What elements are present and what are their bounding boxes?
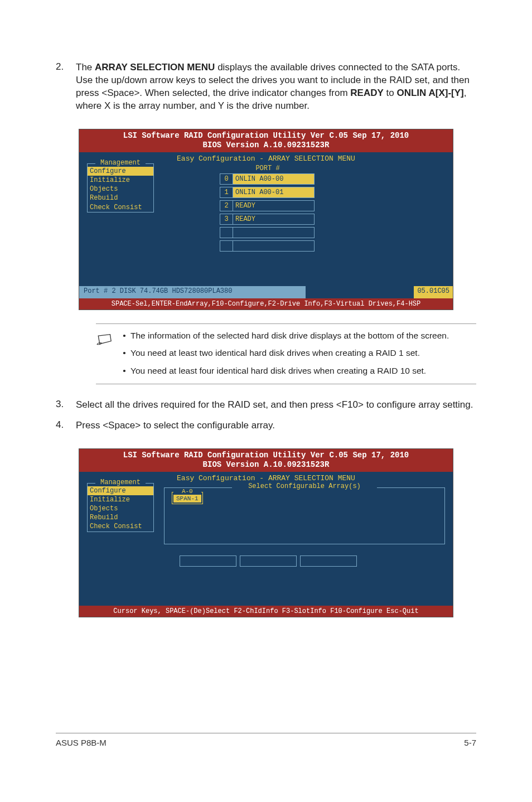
- port-row[interactable]: [220, 227, 315, 238]
- port-value: ONLIN A00-00: [233, 173, 315, 185]
- step-text: Select all the drives required for the R…: [76, 399, 476, 412]
- status-left: Port # 2 DISK 74.74GB HDS728080PLA380: [79, 286, 306, 298]
- bios-screenshot-1: LSI Software RAID Configuration Utility …: [79, 129, 453, 310]
- footer-left: ASUS P8B-M: [56, 738, 107, 747]
- port-value: READY: [233, 200, 315, 211]
- footer-right: 5-7: [464, 738, 476, 747]
- page-footer: ASUS P8B-M 5-7: [56, 733, 476, 747]
- text: The: [76, 62, 95, 73]
- select-configurable-box: Select Configurable Array(s): [164, 487, 445, 544]
- bios-title-line2: BIOS Version A.10.09231523R: [81, 460, 451, 470]
- step-number: 3.: [56, 399, 76, 412]
- note-text: You need at least four identical hard di…: [130, 365, 476, 377]
- port-value: ONLIN A00-01: [233, 187, 315, 198]
- port-row[interactable]: 3 READY: [220, 214, 315, 225]
- note-text: The information of the selected hard dis…: [130, 330, 476, 342]
- note-item: • The information of the selected hard d…: [118, 330, 476, 342]
- port-header: PORT #: [234, 165, 301, 172]
- span-box[interactable]: A-0 SPAN-1: [172, 492, 203, 504]
- bios-title-line2: BIOS Version A.10.09231523R: [81, 141, 451, 151]
- step-number: 2.: [56, 61, 76, 113]
- span-title: A-0: [173, 488, 201, 495]
- port-row[interactable]: 0 ONLIN A00-00: [220, 173, 315, 185]
- empty-slots: [180, 555, 357, 567]
- port-index: 3: [220, 214, 233, 225]
- port-row[interactable]: [220, 240, 315, 252]
- mgmt-item-rebuild[interactable]: Rebuild: [88, 194, 153, 202]
- text: to: [384, 88, 397, 98]
- bios-body: Easy Configuration - ARRAY SELECTION MEN…: [79, 472, 453, 606]
- step-3: 3. Select all the drives required for th…: [56, 399, 476, 412]
- step-2: 2. The ARRAY SELECTION MENU displays the…: [56, 61, 476, 113]
- empty-slot: [300, 555, 357, 567]
- mgmt-item-initialize[interactable]: Initialize: [88, 176, 153, 185]
- management-menu-title: Management: [95, 159, 146, 167]
- port-value: [233, 227, 315, 238]
- bios-title-line1: LSI Software RAID Configuration Utility …: [81, 451, 451, 461]
- bold-term: ARRAY SELECTION MENU: [95, 62, 215, 73]
- mgmt-item-rebuild[interactable]: Rebuild: [88, 513, 153, 522]
- mgmt-item-initialize[interactable]: Initialize: [88, 495, 153, 504]
- status-bar: Port # 2 DISK 74.74GB HDS728080PLA380 05…: [79, 286, 453, 298]
- step-number: 4.: [56, 419, 76, 432]
- port-index: [220, 227, 233, 238]
- step-text: Press <Space> to select the configurable…: [76, 419, 476, 432]
- port-index: 1: [220, 187, 233, 198]
- mgmt-item-check-consist[interactable]: Check Consist: [88, 522, 153, 531]
- empty-slot: [180, 555, 236, 567]
- help-bar: Cursor Keys, SPACE-(De)Select F2-ChIdInf…: [79, 606, 453, 617]
- step-text: The ARRAY SELECTION MENU displays the av…: [76, 61, 476, 113]
- step-4: 4. Press <Space> to select the configura…: [56, 419, 476, 432]
- mgmt-item-check-consist[interactable]: Check Consist: [88, 203, 153, 212]
- bios-body: Easy Configuration - ARRAY SELECTION MEN…: [79, 152, 453, 286]
- note-icon: [96, 330, 118, 377]
- note-item: • You need at least two identical hard d…: [118, 347, 476, 359]
- note-text: You need at least two identical hard dis…: [130, 347, 476, 359]
- span-value: SPAN-1: [173, 495, 201, 503]
- port-index: [220, 240, 233, 252]
- bios-title-line1: LSI Software RAID Configuration Utility …: [81, 131, 451, 141]
- bold-term: READY: [350, 88, 384, 98]
- note-item: • You need at least four identical hard …: [118, 365, 476, 377]
- bullet-icon: •: [118, 347, 130, 359]
- mgmt-item-objects[interactable]: Objects: [88, 504, 153, 513]
- bold-term: ONLIN A[X]-[Y]: [396, 88, 463, 98]
- port-value: READY: [233, 214, 315, 225]
- bios-screenshot-2: LSI Software RAID Configuration Utility …: [79, 448, 453, 617]
- management-menu: Management Configure Initialize Objects …: [87, 163, 154, 212]
- management-menu: Management Configure Initialize Objects …: [87, 483, 154, 532]
- mgmt-item-configure[interactable]: Configure: [88, 167, 153, 176]
- help-bar: SPACE-Sel,ENTER-EndArray,F10-Configure,F…: [79, 298, 453, 310]
- bios-title: LSI Software RAID Configuration Utility …: [79, 129, 453, 152]
- mgmt-item-configure[interactable]: Configure: [88, 486, 153, 495]
- port-row[interactable]: 2 READY: [220, 200, 315, 211]
- management-menu-title: Management: [95, 479, 146, 486]
- port-row[interactable]: 1 ONLIN A00-01: [220, 187, 315, 198]
- port-index: 0: [220, 173, 233, 185]
- bios-title: LSI Software RAID Configuration Utility …: [79, 449, 453, 472]
- status-right: 05.01C05: [414, 286, 453, 298]
- mgmt-item-objects[interactable]: Objects: [88, 185, 153, 194]
- bullet-icon: •: [118, 365, 130, 377]
- port-value: [233, 240, 315, 252]
- empty-slot: [240, 555, 297, 567]
- port-list: PORT # 0 ONLIN A00-00 1 ONLIN A00-01 2 R…: [220, 165, 315, 254]
- port-index: 2: [220, 200, 233, 211]
- bullet-icon: •: [118, 330, 130, 342]
- select-configurable-title: Select Configurable Array(s): [232, 482, 377, 490]
- note-block: • The information of the selected hard d…: [96, 323, 476, 384]
- note-list: • The information of the selected hard d…: [118, 330, 476, 377]
